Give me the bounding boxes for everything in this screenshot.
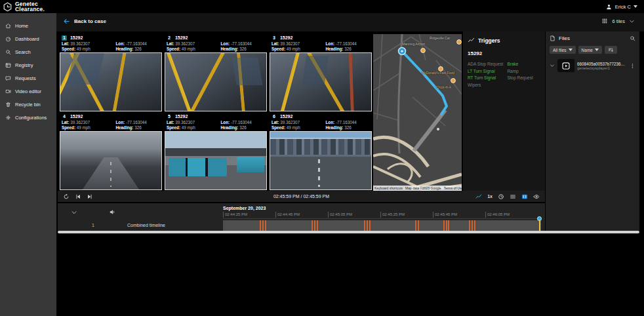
video-tile-3[interactable]: 315292 Lat: 39.362307 Lon: -77.163044 Sp… — [269, 34, 372, 112]
previous-frame-icon[interactable] — [75, 193, 81, 200]
timeline-event-marker[interactable] — [474, 220, 475, 231]
sidebar-item-home[interactable]: Home — [0, 19, 56, 32]
heading-label: Heading: — [326, 125, 344, 130]
timeline-event-marker[interactable] — [448, 220, 449, 231]
video-file-thumbnail — [557, 59, 574, 72]
eye-icon[interactable] — [533, 193, 540, 200]
lon-value: -77.163044 — [126, 120, 147, 125]
telemetry-graph-icon[interactable] — [475, 193, 482, 200]
gear-icon — [5, 115, 11, 121]
sidebar-item-label: Requests — [15, 75, 36, 81]
replay-icon[interactable] — [63, 193, 70, 200]
playback-speed-button[interactable]: 1x — [487, 194, 493, 199]
brand-logo: Genetec Clearance. — [0, 1, 45, 12]
map-poi-label: Ridgeville Car — [430, 36, 450, 40]
timeline-event-marker[interactable] — [314, 220, 315, 231]
file-owner: genetecsysplayer1 — [577, 66, 627, 70]
vehicle-id: 15292 — [175, 35, 188, 41]
map-panel[interactable]: Ridgeville Car Manning Airport McDonald'… — [373, 34, 462, 191]
timeline-event-marker[interactable] — [265, 220, 266, 231]
timeline-event-marker[interactable] — [415, 220, 416, 231]
map-canvas — [373, 34, 462, 191]
lat-label: Lat: — [167, 120, 174, 125]
terms-of-use-link[interactable]: Terms of Use — [443, 186, 462, 191]
file-meta: 6608405a00537b77236db876 genetecsysplaye… — [577, 62, 627, 70]
play-file-icon — [560, 61, 572, 71]
video-tile-2[interactable]: 215292 Lat: 39.362307 Lon: -77.163044 Sp… — [164, 34, 268, 112]
file-type-filter-dropdown[interactable]: All files — [550, 46, 576, 54]
vehicle-id: 15292 — [70, 35, 83, 41]
lon-value: -77.163044 — [231, 41, 252, 46]
lon-label: Lon: — [116, 41, 125, 46]
sidebar-item-search[interactable]: Search — [0, 45, 56, 58]
sidebar-item-requests[interactable]: Requests — [0, 71, 56, 85]
back-to-case-button[interactable]: Back to case — [63, 18, 106, 25]
sidebar-item-recycle-bin[interactable]: Recycle bin — [0, 98, 56, 111]
video-frame[interactable] — [60, 131, 162, 190]
lat-label: Lat: — [167, 41, 174, 46]
timeline-event-marker[interactable] — [317, 220, 318, 231]
timeline-ticks: 02:44:25 PM 02:44:45 PM 02:45:05 PM 02:4… — [223, 212, 541, 219]
sidebar-item-dashboard[interactable]: Dashboard — [0, 32, 56, 45]
timeline-event-marker[interactable] — [443, 220, 445, 231]
list-icon[interactable] — [510, 193, 516, 200]
sidebar-item-registry[interactable]: Registry — [0, 58, 56, 71]
video-tile-5[interactable]: 515292 Lat: 39.362307 Lon: -77.163044 Sp… — [164, 113, 268, 191]
trigger-item: Ramp — [507, 68, 540, 75]
video-tile-6[interactable]: 615292 Lat: 39.362307 Lon: -77.163044 Sp… — [269, 113, 372, 191]
video-frame[interactable] — [165, 131, 267, 190]
sidebar-item-configurations[interactable]: Configurations — [0, 111, 56, 124]
lat-value: 39.362307 — [175, 41, 195, 46]
sidebar-item-video-editor[interactable]: Video editor — [0, 85, 56, 98]
lon-value: -77.163044 — [336, 41, 357, 46]
speed-label: Speed: — [62, 47, 75, 51]
tile-telemetry: 215292 Lat: 39.362307 Lon: -77.163044 Sp… — [164, 34, 268, 52]
user-menu[interactable]: Erick C — [605, 0, 637, 13]
collapse-timeline-icon[interactable] — [71, 209, 77, 216]
video-tile-4[interactable]: 415292 Lat: 39.362307 Lon: -77.163044 Sp… — [59, 113, 163, 191]
timeline-event-marker[interactable] — [260, 220, 261, 231]
timeline-event-marker[interactable] — [262, 220, 264, 231]
heading-label: Heading: — [326, 47, 344, 51]
next-frame-icon[interactable] — [87, 193, 93, 200]
chevron-down-icon — [629, 18, 635, 24]
timeline-event-marker[interactable] — [369, 220, 371, 231]
file-list-item[interactable]: 6608405a00537b77236db876 genetecsysplaye… — [550, 59, 635, 72]
vehicle-marker[interactable] — [399, 48, 406, 55]
volume-icon[interactable] — [109, 208, 116, 216]
clock-icon[interactable] — [498, 193, 504, 200]
sort-direction-button[interactable] — [605, 46, 617, 54]
sort-by-dropdown[interactable]: Name — [578, 46, 602, 54]
video-frame[interactable] — [60, 52, 162, 111]
kebab-menu-icon[interactable] — [630, 63, 635, 69]
timeline-event-marker[interactable] — [418, 220, 419, 231]
timeline-event-marker[interactable] — [469, 220, 470, 231]
heading-value: 326 — [239, 125, 247, 130]
lat-value: 39.362307 — [70, 41, 90, 46]
timeline-event-marker[interactable] — [367, 220, 368, 231]
search-icon[interactable] — [630, 35, 635, 41]
files-title: Files — [559, 35, 570, 41]
selection-brackets-icon[interactable] — [521, 193, 528, 200]
video-frame[interactable] — [270, 131, 372, 190]
expander-chevron-icon[interactable] — [550, 63, 555, 68]
heading-value: 326 — [344, 47, 352, 51]
timeline-event-marker[interactable] — [364, 220, 365, 231]
timeline-track[interactable] — [223, 220, 541, 231]
horizontal-scrollbar[interactable] — [58, 231, 639, 233]
timeline-date: September 20, 2023 — [223, 206, 266, 210]
keyboard-shortcuts-link[interactable]: Keyboard shortcuts — [373, 186, 404, 191]
tile-layout-selector[interactable]: 6 tiles — [601, 18, 635, 24]
timeline-event-marker[interactable] — [312, 220, 313, 231]
back-label: Back to case — [74, 18, 106, 24]
video-frame[interactable] — [270, 52, 372, 111]
tick-label: 02:45:25 PM — [380, 212, 405, 218]
speed-label: Speed: — [272, 125, 285, 130]
video-frame[interactable] — [165, 52, 267, 111]
tile-number: 4 — [62, 114, 67, 119]
tile-telemetry: 615292 Lat: 39.362307 Lon: -77.163044 Sp… — [269, 113, 372, 131]
timeline-event-marker[interactable] — [472, 220, 473, 231]
timeline-event-marker[interactable] — [446, 220, 447, 231]
speed-label: Speed: — [167, 47, 180, 51]
video-tile-1[interactable]: 115292 Lat: 39.362307 Lon: -77.163044 Sp… — [59, 34, 163, 112]
